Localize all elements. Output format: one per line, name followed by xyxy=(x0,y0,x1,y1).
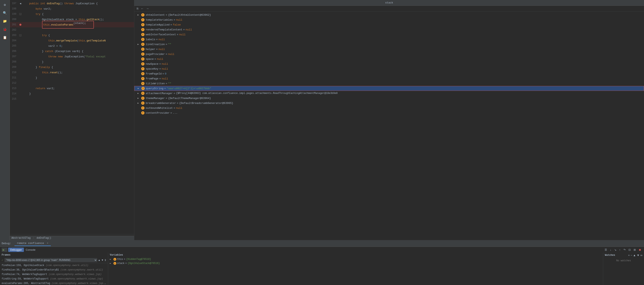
sidebar-icon-debug[interactable]: 🐞 xyxy=(2,26,8,33)
breadcrumb-part-1: AbstractUITag xyxy=(12,237,30,239)
sidebar-icon-files[interactable]: 📁 xyxy=(2,18,8,25)
vars-list: ▶ i this = {HiddenTag@76518} ▶ i stack =… xyxy=(108,257,603,285)
debug-step-into-btn[interactable]: ↘ xyxy=(613,248,618,252)
var-eq: = xyxy=(174,18,175,22)
fold-marker-203[interactable]: ○ xyxy=(20,34,22,36)
var-value: null xyxy=(176,107,182,110)
var-item-themeManager[interactable]: ▶ i themeManager = {DefaultThemeManager@… xyxy=(134,96,644,101)
thread-up-btn[interactable]: ▲ xyxy=(98,259,100,261)
code-horizontal-scroll[interactable] xyxy=(10,234,134,236)
debug-tab-debugger[interactable]: Debugger xyxy=(8,248,24,252)
var-item-queryString[interactable]: ▶ i queryString = "aaa\u0027+#{2*1}+\u00… xyxy=(134,86,644,91)
debug-tab-close[interactable]: × xyxy=(47,242,48,245)
breakpoint-area-199[interactable]: ○ xyxy=(18,13,23,15)
code-line-204: 204 this.mergeTemplate(this.getTemplateN xyxy=(10,38,134,43)
thread-selector[interactable]: "http-nio-8090-exec-1"@42,965 in group "… xyxy=(4,258,97,262)
var-item-spaceKey[interactable]: i spaceKey = null xyxy=(134,66,644,71)
stack-back-btn[interactable]: ← xyxy=(140,7,144,11)
debug-step-over-btn[interactable]: ↓ xyxy=(609,248,612,252)
sidebar-icon-settings[interactable]: ⚙ xyxy=(2,2,8,8)
expand-arrow[interactable]: ▶ xyxy=(138,87,140,90)
debug-stop-btn[interactable]: ⏹ xyxy=(638,248,642,252)
var-name: renderedTemplateContent xyxy=(146,28,182,31)
var-value: null xyxy=(162,77,168,80)
debug-frames-btn[interactable]: ☰ xyxy=(604,248,608,252)
var-item-xhtmlContent[interactable]: ▶ i xhtmlContent = {DefaultXhtmlContent@… xyxy=(134,13,644,17)
expand-arrow[interactable]: ▶ xyxy=(138,43,140,46)
vars-expand-stack[interactable]: ▶ xyxy=(110,262,113,264)
breakpoint-area-197[interactable]: ◀ xyxy=(18,2,23,5)
var-item-templateApplied[interactable]: i templateApplied = false xyxy=(134,22,644,27)
var-item-pageProvider[interactable]: i pageProvider = null xyxy=(134,52,644,57)
var-item-space[interactable]: i space = null xyxy=(134,57,644,62)
var-eq: = xyxy=(156,38,158,41)
var-eq: = xyxy=(166,97,167,100)
stack-forward-btn[interactable]: → xyxy=(145,7,150,11)
frame-item-0[interactable]: findValue:159, OgnlValueStack (com.opens… xyxy=(0,263,108,268)
vars-expand-this[interactable]: ▶ xyxy=(110,258,113,260)
var-item-fromPage[interactable]: i fromPage = null xyxy=(134,76,644,81)
var-eq: = xyxy=(183,28,185,31)
frame-text: findValue:30, OgnlValueFinder$Factory$1 … xyxy=(2,268,103,271)
watches-expand-btn[interactable]: ∞ xyxy=(640,253,642,257)
debug-step-out-btn[interactable]: ↑ xyxy=(618,248,622,252)
stack-copy-btn[interactable]: ⎘ xyxy=(136,7,139,11)
breakpoint-area-203[interactable]: ○ xyxy=(18,34,23,36)
var-item-newSpace[interactable]: i newSpace = null xyxy=(134,62,644,66)
var-name: themeManager xyxy=(146,97,165,100)
var-value: "aaa\u0027+#{2*1}+\u0027bbb" xyxy=(167,87,211,90)
var-item-fromPageId[interactable]: i fromPageId = 0 xyxy=(134,71,644,76)
sidebar-icon-tasks[interactable]: 📋 xyxy=(2,34,8,41)
fold-marker-199[interactable]: ○ xyxy=(20,13,22,15)
var-value: null xyxy=(158,38,165,41)
frame-text: findValue:159, OgnlValueStack (com.opens… xyxy=(2,264,88,267)
var-item-titleWritten[interactable]: i titleWritten = "" xyxy=(134,81,644,86)
var-value: null xyxy=(186,28,192,31)
thread-filter-btn[interactable]: ⊻ xyxy=(104,259,106,261)
var-item-attachmentManager[interactable]: ▶ i attachmentManager = {$Proxy[44@63963… xyxy=(134,91,644,96)
var-item-webInterfaceContext[interactable]: i webInterfaceContext = null xyxy=(134,32,644,37)
var-item-breadcrumbGenerator[interactable]: ▶ i breadcrumbGenerator = {DefaultBreadc… xyxy=(134,101,644,106)
expand-arrow[interactable]: ▶ xyxy=(138,14,140,16)
debug-tab-remote-confluence[interactable]: remote confluence × xyxy=(14,241,51,246)
var-item-contentProvider[interactable]: i contentProvider = ... xyxy=(134,110,644,115)
line-number-204: 204 xyxy=(10,39,18,42)
expand-arrow[interactable]: ▶ xyxy=(138,92,140,95)
vars-item-stack[interactable]: ▶ i stack = {OgnlValueStack@76516} xyxy=(108,261,603,265)
expand-arrow[interactable]: ▶ xyxy=(138,97,140,99)
expand-arrow[interactable]: ▶ xyxy=(138,102,140,104)
code-line-206: 206 } catch (Exception var6) { xyxy=(10,49,134,54)
var-item-helper[interactable]: i helper = null xyxy=(134,47,644,52)
debug-tab-console[interactable]: Console xyxy=(25,248,36,252)
frame-item-2[interactable]: findValue:74, WebWorkTagSupport (com.ope… xyxy=(0,272,108,277)
var-item-linkCreation[interactable]: ▶ i linkCreation = "" xyxy=(134,42,644,47)
frame-item-3[interactable]: findString:59, WebWorkTagSupport (com.op… xyxy=(0,277,108,281)
watches-down-btn[interactable]: ▼ xyxy=(637,253,640,257)
watches-up-btn[interactable]: ▲ xyxy=(633,253,636,257)
var-name: xhtmlContent xyxy=(146,14,165,17)
debug-settings-btn[interactable]: ⊞ xyxy=(632,248,637,252)
frame-item-4[interactable]: evaluateParams:285, AbstractUITag (com.o… xyxy=(0,281,108,285)
frame-item-1[interactable]: findValue:30, OgnlValueFinder$Factory$1 … xyxy=(0,268,108,272)
var-item-labels[interactable]: i labels = null xyxy=(134,37,644,42)
thread-down-btn[interactable]: ▼ xyxy=(101,259,104,261)
breakpoint-area-201[interactable] xyxy=(18,24,23,26)
watches-add-btn[interactable]: + xyxy=(628,253,630,257)
watches-remove-btn[interactable]: − xyxy=(630,253,632,257)
var-type-icon: i xyxy=(141,13,144,17)
code-line-211: 211 } xyxy=(10,75,134,80)
left-sidebar: ⚙ 🔍 📁 🐞 📋 xyxy=(0,0,10,240)
sidebar-icon-search[interactable]: 🔍 xyxy=(2,10,8,16)
vars-item-this[interactable]: ▶ i this = {HiddenTag@76518} xyxy=(108,257,603,261)
breakpoint-dot-201[interactable] xyxy=(20,24,22,26)
code-line-215: 215 xyxy=(10,96,134,102)
var-item-templateVariables[interactable]: i templateVariables = null xyxy=(134,17,644,22)
var-item-renderedTemplateContent[interactable]: i renderedTemplateContent = null xyxy=(134,27,644,32)
debug-evaluate-btn[interactable]: ⊡ xyxy=(628,248,632,252)
var-item-outboundWhitelist[interactable]: i outboundWhitelist = null xyxy=(134,106,644,110)
breadcrumb-bar: AbstractUITag › doEndTag() xyxy=(10,236,134,240)
var-name: outboundWhitelist xyxy=(146,107,173,110)
debug-resume-btn[interactable]: ▶ xyxy=(2,248,6,252)
debug-run-cursor-btn[interactable]: ↷ xyxy=(622,248,627,252)
var-eq: = xyxy=(174,92,175,95)
